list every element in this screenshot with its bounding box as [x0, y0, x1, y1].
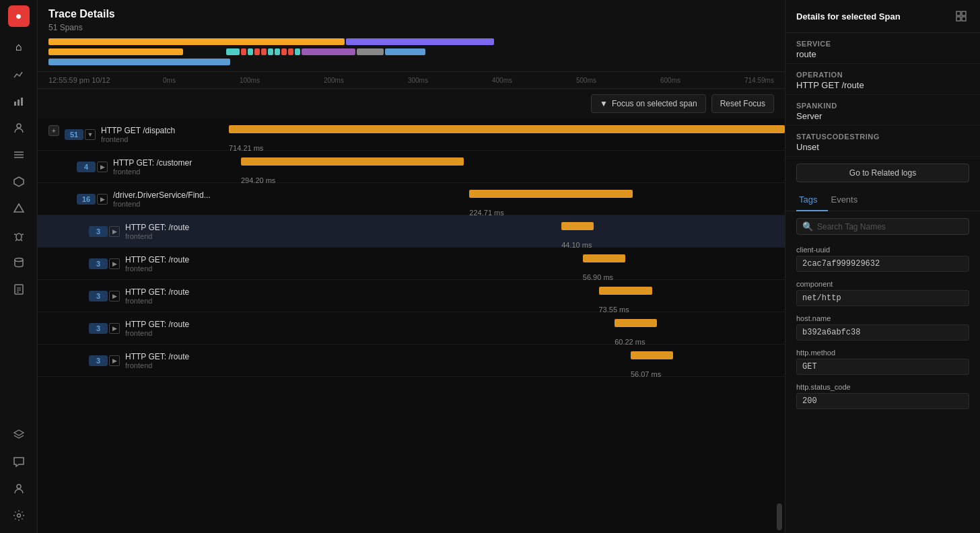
span-child-count: 3	[89, 323, 108, 334]
search-tag-box: 🔍	[796, 218, 969, 235]
span-name: /driver.DriverService/Find...	[113, 190, 241, 200]
nav-database[interactable]	[7, 250, 31, 275]
span-expand-toggle[interactable]: ▶	[109, 355, 120, 366]
nav-settings[interactable]	[7, 503, 31, 528]
tag-item: host.name b392a6abfc38	[785, 310, 980, 345]
nav-explore[interactable]	[7, 62, 31, 86]
span-timeline: 224.71 ms	[241, 183, 785, 215]
span-service: frontend	[113, 200, 241, 208]
span-expand-toggle[interactable]: ▶	[109, 323, 120, 334]
nav-alerts[interactable]	[7, 197, 31, 221]
nav-chat[interactable]	[7, 450, 31, 474]
span-service: frontend	[125, 297, 253, 305]
tag-name: host.name	[796, 314, 969, 322]
app-logo[interactable]: ●	[8, 5, 30, 27]
span-row[interactable]: 3 ▶ HTTP GET: /route frontend 73.55 ms	[38, 280, 785, 312]
tick-400: 400ms	[492, 77, 512, 84]
reset-focus-button[interactable]: Reset Focus	[711, 94, 774, 113]
panel-tabs: Tags Events	[785, 189, 980, 211]
span-badge: 16 ▶	[77, 194, 108, 205]
trace-title: Trace Details	[48, 8, 774, 20]
span-row[interactable]: 3 ▶ HTTP GET: /route frontend 56.07 ms	[38, 345, 785, 377]
span-child-count: 3	[89, 258, 108, 269]
panel-expand-button[interactable]	[953, 8, 969, 24]
svg-rect-0	[14, 102, 16, 106]
timeline-ruler: 12:55:59 pm 10/12 0ms 100ms 200ms 300ms …	[38, 72, 785, 89]
nav-layers[interactable]	[7, 423, 31, 447]
spankind-label: SpanKind	[796, 102, 969, 110]
filter-icon: ▼	[600, 99, 608, 108]
trace-scrollbar[interactable]	[777, 503, 782, 530]
span-service: frontend	[125, 232, 253, 240]
span-info: HTTP GET: /route frontend	[125, 223, 253, 240]
span-info: HTTP GET: /route frontend	[125, 287, 253, 305]
svg-rect-16	[956, 11, 960, 15]
span-duration: 294.20 ms	[241, 176, 275, 183]
tab-events[interactable]: Events	[828, 189, 868, 211]
span-duration: 73.55 ms	[599, 306, 629, 312]
tick-600: 600ms	[660, 77, 680, 84]
trace-timestamp: 12:55:59 pm 10/12	[48, 76, 163, 84]
span-expand-toggle[interactable]: ▶	[109, 226, 120, 237]
span-duration: 714.21 ms	[229, 144, 263, 151]
tick-100: 100ms	[240, 77, 260, 84]
span-name: HTTP GET: /route	[125, 287, 253, 297]
tag-value: 2cac7af999929632	[796, 256, 969, 272]
span-duration: 224.71 ms	[469, 209, 503, 215]
nav-connections[interactable]	[7, 170, 31, 194]
span-expand-toggle[interactable]: ▶	[97, 162, 108, 172]
span-row[interactable]: 3 ▶ HTTP GET: /route frontend 56.90 ms	[38, 248, 785, 280]
tag-item: client-uuid 2cac7af999929632	[785, 242, 980, 276]
span-timeline: 56.07 ms	[253, 345, 785, 377]
nav-bug[interactable]	[7, 223, 31, 248]
focus-on-span-button[interactable]: ▼ Focus on selected span	[591, 94, 706, 113]
span-badge: 4 ▶	[77, 162, 108, 172]
span-row[interactable]: 51 ▼ HTTP GET /dispatch frontend 714.21 …	[38, 118, 785, 151]
tab-tags[interactable]: Tags	[796, 189, 828, 211]
span-expand-toggle[interactable]: ▼	[85, 129, 96, 140]
related-logs-button[interactable]: Go to Related logs	[796, 164, 969, 182]
span-row[interactable]: 3 ▶ HTTP GET: /route frontend 44.10 ms	[38, 215, 785, 248]
spankind-value: Server	[796, 111, 969, 121]
span-expand-toggle[interactable]: ▶	[109, 291, 120, 301]
nav-home[interactable]: ⌂	[7, 35, 31, 59]
span-info: HTTP GET: /route frontend	[125, 255, 253, 273]
span-badge: 3 ▶	[89, 291, 120, 301]
svg-rect-18	[956, 17, 960, 21]
tag-item: component net/http	[785, 276, 980, 310]
span-row[interactable]: 4 ▶ HTTP GET: /customer frontend 294.20 …	[38, 151, 785, 183]
span-badge: 3 ▶	[89, 258, 120, 269]
search-tag-input[interactable]	[817, 222, 963, 232]
span-duration: 56.90 ms	[583, 273, 613, 280]
span-child-count: 4	[77, 162, 96, 172]
tag-value: net/http	[796, 290, 969, 306]
span-expand-toggle[interactable]: ▶	[109, 258, 120, 269]
span-badge: 51 ▼	[65, 129, 96, 140]
span-expand-toggle[interactable]: ▶	[97, 194, 108, 205]
span-row[interactable]: 16 ▶ /driver.DriverService/Find... front…	[38, 183, 785, 215]
statuscodestring-value: Unset	[796, 142, 969, 152]
span-service: frontend	[101, 135, 229, 143]
nav-report[interactable]	[7, 277, 31, 301]
nav-list[interactable]	[7, 143, 31, 167]
nav-person[interactable]	[7, 116, 31, 140]
tick-500: 500ms	[576, 77, 596, 84]
span-badge: 3 ▶	[89, 323, 120, 334]
span-timeline: 44.10 ms	[253, 215, 785, 248]
nav-chart[interactable]	[7, 89, 31, 113]
svg-rect-10	[15, 285, 23, 294]
nav-user[interactable]	[7, 476, 31, 501]
span-info: /driver.DriverService/Find... frontend	[113, 190, 241, 208]
panel-header: Details for selected Span	[785, 0, 980, 33]
span-child-count: 3	[89, 291, 108, 301]
span-row[interactable]: 3 ▶ HTTP GET: /route frontend 60.22 ms	[38, 312, 785, 345]
trace-subtitle: 51 Spans	[48, 23, 774, 32]
svg-rect-19	[962, 17, 966, 21]
tag-value: 200	[796, 393, 969, 409]
ruler-ticks: 0ms 100ms 200ms 300ms 400ms 500ms 600ms …	[163, 77, 774, 84]
span-timeline: 294.20 ms	[241, 151, 785, 183]
operation-value: HTTP GET /route	[796, 80, 969, 90]
svg-rect-1	[18, 100, 20, 106]
span-name: HTTP GET /dispatch	[101, 126, 229, 135]
statuscodestring-label: StatusCodeString	[796, 133, 969, 141]
